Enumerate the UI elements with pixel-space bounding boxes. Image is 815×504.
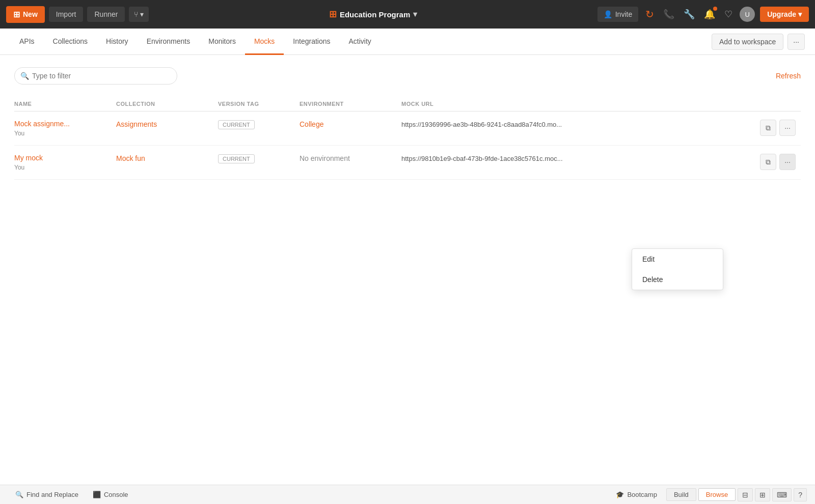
copy-url-button-1[interactable]: ⧉ — [760, 120, 776, 136]
header-collection: COLLECTION — [116, 101, 218, 107]
cell-version-tag-2: CURRENT — [218, 154, 300, 163]
environment-link-1[interactable]: College — [300, 120, 323, 128]
mock-name-link-2[interactable]: My mock — [14, 154, 116, 162]
upgrade-button[interactable]: Upgrade ▾ — [760, 7, 809, 22]
search-icon: 🔍 — [15, 491, 23, 498]
bell-button[interactable]: 🔔 — [702, 7, 717, 22]
layout-icon-button-1[interactable]: ⊟ — [738, 488, 753, 501]
browse-mode-button[interactable]: Browse — [698, 488, 736, 501]
topnav-right: 👤 Invite ↻ 📞 🔧 🔔 ♡ U Upgrade ▾ — [597, 6, 809, 22]
refresh-button[interactable]: Refresh — [776, 72, 801, 80]
find-replace-button[interactable]: 🔍 Find and Replace — [8, 491, 86, 498]
more-button-2[interactable]: ··· — [779, 154, 796, 170]
person-icon: 👤 — [604, 10, 612, 18]
chevron-down-icon: ▾ — [413, 10, 417, 19]
filter-input-wrapper: 🔍 — [14, 67, 177, 85]
tab-monitors[interactable]: Monitors — [199, 29, 245, 55]
avatar-initial: U — [745, 11, 750, 18]
phone-icon-button[interactable]: 📞 — [661, 7, 676, 22]
plus-icon: ⊞ — [13, 10, 20, 19]
workspace-selector[interactable]: ⊞ Education Program ▾ — [329, 9, 417, 20]
tab-collections[interactable]: Collections — [44, 29, 97, 55]
header-mock-url: MOCK URL — [401, 101, 760, 107]
collection-link-2[interactable]: Mock fun — [116, 154, 145, 162]
heart-button[interactable]: ♡ — [722, 7, 735, 22]
filter-input[interactable] — [14, 67, 177, 85]
mock-url-text-2: https://9810b1e9-cbaf-473b-9fde-1ace38c5… — [401, 155, 563, 162]
header-name: NAME — [14, 101, 116, 107]
build-mode-button[interactable]: Build — [666, 488, 696, 501]
cell-actions-2: ⧉ ··· — [760, 154, 801, 170]
console-icon: ⬛ — [93, 491, 101, 498]
table-row: Mock assignme... You Assignments CURRENT… — [14, 111, 801, 146]
filter-bar: 🔍 Refresh — [14, 67, 801, 85]
more-options-button[interactable]: ··· — [787, 34, 805, 50]
add-to-workspace-button[interactable]: Add to workspace — [712, 34, 783, 50]
tab-activity[interactable]: Activity — [340, 29, 381, 55]
bootcamp-button[interactable]: 🎓 Bootcamp — [609, 491, 664, 498]
wrench-button[interactable]: 🔧 — [682, 7, 697, 22]
more-button-1[interactable]: ··· — [779, 120, 796, 136]
grid-icon: ⊞ — [329, 9, 337, 20]
cell-url-2: https://9810b1e9-cbaf-473b-9fde-1ace38c5… — [401, 154, 760, 163]
header-actions — [760, 101, 801, 107]
cell-version-tag-1: CURRENT — [218, 120, 300, 129]
cell-environment-2: No environment — [300, 154, 401, 163]
cell-collection-2: Mock fun — [116, 154, 218, 163]
copy-icon: ⧉ — [766, 124, 771, 132]
tab-integrations[interactable]: Integrations — [284, 29, 339, 55]
secondary-navigation: APIs Collections History Environments Mo… — [0, 29, 815, 55]
mock-owner-1: You — [14, 130, 116, 137]
dropdown-item-delete[interactable]: Delete — [632, 269, 723, 290]
bootcamp-icon: 🎓 — [616, 491, 624, 498]
help-icon: ? — [798, 491, 802, 499]
new-button[interactable]: ⊞ New — [6, 6, 45, 23]
fork-icon: ⑂ — [134, 10, 138, 18]
keyboard-shortcut-button[interactable]: ⌨ — [772, 488, 792, 501]
topnav-center: ⊞ Education Program ▾ — [153, 9, 593, 20]
collection-link-1[interactable]: Assignments — [116, 120, 157, 128]
environment-none-2: No environment — [300, 154, 350, 162]
keyboard-icon: ⌨ — [777, 491, 787, 499]
bottom-bar: 🔍 Find and Replace ⬛ Console 🎓 Bootcamp … — [0, 485, 815, 504]
copy-url-button-2[interactable]: ⧉ — [760, 154, 776, 170]
layout-icon: ⊟ — [742, 491, 748, 499]
tab-apis[interactable]: APIs — [10, 29, 44, 55]
console-button[interactable]: ⬛ Console — [86, 491, 135, 498]
chevron-down-icon: ▾ — [798, 10, 802, 18]
notification-badge — [713, 7, 717, 11]
mock-url-text-1: https://19369996-ae3b-48b6-9241-c8aad8a7… — [401, 121, 562, 128]
dropdown-menu: Edit Delete — [632, 248, 723, 290]
cell-url-1: https://19369996-ae3b-48b6-9241-c8aad8a7… — [401, 120, 760, 129]
bottom-right: 🎓 Bootcamp Build Browse ⊟ ⊞ ⌨ ? — [609, 488, 807, 501]
version-tag-badge-1: CURRENT — [218, 120, 255, 129]
cell-environment-1: College — [300, 120, 401, 129]
tab-mocks[interactable]: Mocks — [245, 29, 284, 55]
main-content: 🔍 Refresh NAME COLLECTION VERSION TAG EN… — [0, 55, 815, 485]
table-header: NAME COLLECTION VERSION TAG ENVIRONMENT … — [14, 97, 801, 111]
help-button[interactable]: ? — [794, 488, 807, 501]
layout-grid-icon: ⊞ — [759, 491, 766, 499]
cell-name-1: Mock assignme... You — [14, 120, 116, 137]
layout-icon-button-2[interactable]: ⊞ — [755, 488, 770, 501]
avatar[interactable]: U — [740, 7, 755, 22]
header-environment: ENVIRONMENT — [300, 101, 401, 107]
search-icon: 🔍 — [20, 72, 29, 80]
tab-history[interactable]: History — [97, 29, 138, 55]
sync-button[interactable]: ↻ — [643, 6, 656, 22]
invite-button[interactable]: 👤 Invite — [597, 7, 638, 22]
ellipsis-icon: ··· — [784, 158, 791, 166]
runner-button[interactable]: Runner — [87, 7, 125, 22]
mock-name-link-1[interactable]: Mock assignme... — [14, 120, 116, 128]
mock-owner-2: You — [14, 164, 116, 171]
dropdown-item-edit[interactable]: Edit — [632, 249, 723, 269]
import-button[interactable]: Import — [49, 7, 84, 22]
cell-collection-1: Assignments — [116, 120, 218, 129]
fork-button[interactable]: ⑂ ▾ — [129, 7, 149, 22]
tab-environments[interactable]: Environments — [138, 29, 200, 55]
cell-name-2: My mock You — [14, 154, 116, 171]
header-version-tag: VERSION TAG — [218, 101, 300, 107]
table-row: My mock You Mock fun CURRENT No environm… — [14, 146, 801, 180]
copy-icon: ⧉ — [766, 158, 771, 166]
cell-actions-1: ⧉ ··· — [760, 120, 801, 136]
